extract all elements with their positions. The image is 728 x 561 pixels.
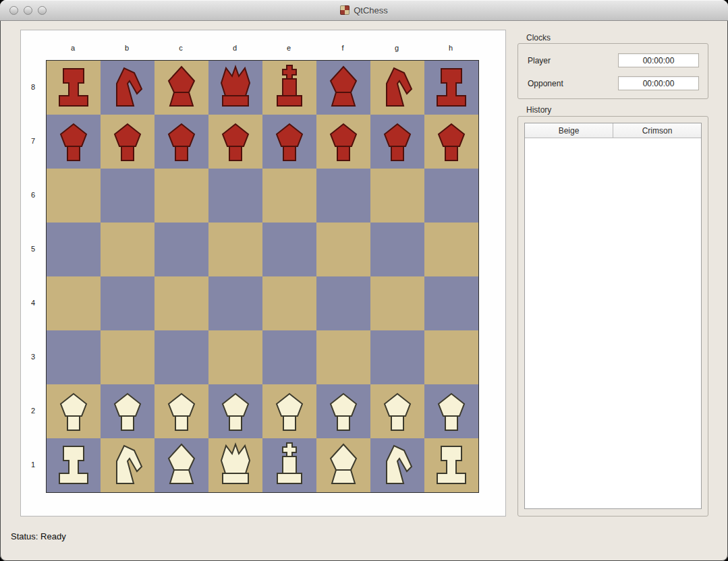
square-f5[interactable] bbox=[316, 223, 370, 276]
square-h1[interactable] bbox=[424, 438, 478, 492]
square-e8[interactable] bbox=[262, 61, 316, 115]
piece-beige-pawn[interactable] bbox=[370, 384, 424, 438]
square-b3[interactable] bbox=[101, 330, 155, 384]
square-e7[interactable] bbox=[262, 115, 316, 169]
square-g7[interactable] bbox=[370, 115, 424, 169]
square-b6[interactable] bbox=[101, 169, 155, 223]
square-d5[interactable] bbox=[208, 223, 262, 276]
minimize-button[interactable] bbox=[24, 6, 32, 15]
square-c3[interactable] bbox=[155, 330, 208, 384]
square-b8[interactable] bbox=[101, 61, 155, 115]
square-h4[interactable] bbox=[424, 276, 478, 330]
square-b5[interactable] bbox=[101, 223, 155, 276]
piece-crimson-knight[interactable] bbox=[370, 61, 424, 115]
piece-crimson-king[interactable] bbox=[262, 61, 316, 115]
piece-crimson-rook[interactable] bbox=[424, 61, 478, 115]
square-g4[interactable] bbox=[370, 276, 424, 330]
piece-crimson-rook[interactable] bbox=[47, 61, 101, 115]
square-f4[interactable] bbox=[316, 276, 370, 330]
square-a4[interactable] bbox=[47, 276, 101, 330]
piece-beige-rook[interactable] bbox=[424, 438, 478, 492]
square-d1[interactable] bbox=[208, 438, 262, 492]
square-b2[interactable] bbox=[101, 384, 155, 438]
piece-crimson-bishop[interactable] bbox=[155, 61, 208, 115]
piece-crimson-pawn[interactable] bbox=[424, 115, 478, 169]
history-header-beige[interactable]: Beige bbox=[525, 123, 613, 138]
square-f1[interactable] bbox=[316, 438, 370, 492]
piece-beige-queen[interactable] bbox=[208, 438, 262, 492]
piece-beige-pawn[interactable] bbox=[316, 384, 370, 438]
piece-beige-pawn[interactable] bbox=[155, 384, 208, 438]
square-c1[interactable] bbox=[155, 438, 208, 492]
square-c5[interactable] bbox=[155, 223, 208, 276]
square-b4[interactable] bbox=[101, 276, 155, 330]
square-e4[interactable] bbox=[262, 276, 316, 330]
square-a8[interactable] bbox=[47, 61, 101, 115]
history-header-crimson[interactable]: Crimson bbox=[613, 123, 701, 138]
square-c7[interactable] bbox=[155, 115, 208, 169]
square-h6[interactable] bbox=[424, 169, 478, 223]
close-button[interactable] bbox=[9, 6, 18, 15]
square-a1[interactable] bbox=[47, 438, 101, 492]
piece-crimson-pawn[interactable] bbox=[47, 115, 101, 169]
square-d6[interactable] bbox=[208, 169, 262, 223]
piece-crimson-pawn[interactable] bbox=[316, 115, 370, 169]
piece-beige-pawn[interactable] bbox=[424, 384, 478, 438]
square-c4[interactable] bbox=[155, 276, 208, 330]
square-a2[interactable] bbox=[47, 384, 101, 438]
piece-beige-pawn[interactable] bbox=[262, 384, 316, 438]
square-d7[interactable] bbox=[208, 115, 262, 169]
square-f7[interactable] bbox=[316, 115, 370, 169]
square-e5[interactable] bbox=[262, 223, 316, 276]
piece-beige-bishop[interactable] bbox=[316, 438, 370, 492]
piece-beige-pawn[interactable] bbox=[47, 384, 101, 438]
piece-beige-pawn[interactable] bbox=[208, 384, 262, 438]
piece-beige-king[interactable] bbox=[262, 438, 316, 492]
square-e2[interactable] bbox=[262, 384, 316, 438]
piece-crimson-pawn[interactable] bbox=[262, 115, 316, 169]
piece-crimson-pawn[interactable] bbox=[101, 115, 155, 169]
square-f2[interactable] bbox=[316, 384, 370, 438]
square-b7[interactable] bbox=[101, 115, 155, 169]
square-a3[interactable] bbox=[47, 330, 101, 384]
piece-crimson-queen[interactable] bbox=[208, 61, 262, 115]
piece-beige-knight[interactable] bbox=[101, 438, 155, 492]
square-a7[interactable] bbox=[47, 115, 101, 169]
square-c2[interactable] bbox=[155, 384, 208, 438]
piece-crimson-pawn[interactable] bbox=[370, 115, 424, 169]
piece-beige-pawn[interactable] bbox=[101, 384, 155, 438]
square-f8[interactable] bbox=[316, 61, 370, 115]
square-e3[interactable] bbox=[262, 330, 316, 384]
square-c6[interactable] bbox=[155, 169, 208, 223]
square-f6[interactable] bbox=[316, 169, 370, 223]
square-g2[interactable] bbox=[370, 384, 424, 438]
square-c8[interactable] bbox=[155, 61, 208, 115]
square-g8[interactable] bbox=[370, 61, 424, 115]
piece-beige-bishop[interactable] bbox=[155, 438, 208, 492]
player-clock-field[interactable] bbox=[618, 53, 699, 67]
square-f3[interactable] bbox=[316, 330, 370, 384]
zoom-button[interactable] bbox=[38, 6, 47, 15]
piece-crimson-bishop[interactable] bbox=[316, 61, 370, 115]
square-a6[interactable] bbox=[47, 169, 101, 223]
square-a5[interactable] bbox=[47, 223, 101, 276]
square-h5[interactable] bbox=[424, 223, 478, 276]
square-g5[interactable] bbox=[370, 223, 424, 276]
piece-beige-rook[interactable] bbox=[47, 438, 101, 492]
square-g1[interactable] bbox=[370, 438, 424, 492]
square-b1[interactable] bbox=[101, 438, 155, 492]
square-h3[interactable] bbox=[424, 330, 478, 384]
square-e1[interactable] bbox=[262, 438, 316, 492]
square-h8[interactable] bbox=[424, 61, 478, 115]
square-g3[interactable] bbox=[370, 330, 424, 384]
square-d2[interactable] bbox=[208, 384, 262, 438]
square-h2[interactable] bbox=[424, 384, 478, 438]
square-h7[interactable] bbox=[424, 115, 478, 169]
opponent-clock-field[interactable] bbox=[618, 76, 699, 90]
piece-crimson-pawn[interactable] bbox=[208, 115, 262, 169]
piece-crimson-pawn[interactable] bbox=[155, 115, 208, 169]
square-d4[interactable] bbox=[208, 276, 262, 330]
square-d3[interactable] bbox=[208, 330, 262, 384]
square-g6[interactable] bbox=[370, 169, 424, 223]
square-d8[interactable] bbox=[208, 61, 262, 115]
